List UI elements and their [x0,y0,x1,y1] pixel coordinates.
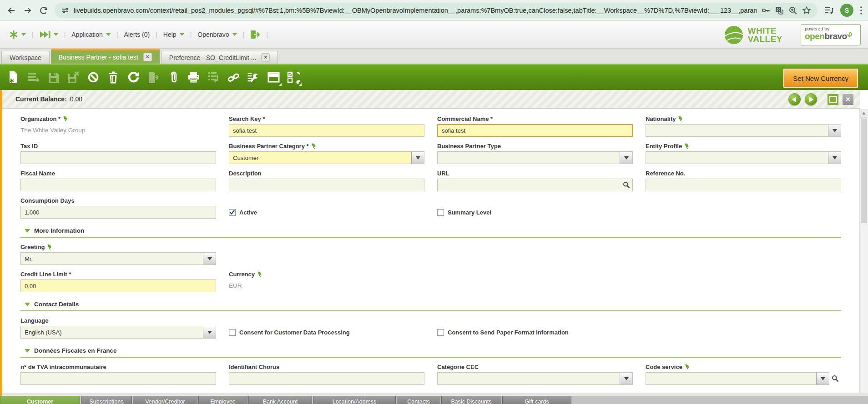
tax-id-input[interactable] [20,151,216,164]
link-button[interactable] [223,67,243,88]
close-icon[interactable]: × [261,53,270,62]
child-tab-location-address[interactable]: Location/Address [313,396,396,404]
browser-menu-icon[interactable] [860,6,863,15]
url-text[interactable]: livebuilds.openbravo.com/context/retail_… [74,7,757,14]
reference-no-input[interactable] [646,179,841,191]
language-select[interactable]: English (USA) [20,326,216,339]
profile-avatar[interactable]: S [840,4,853,17]
chevron-down-icon[interactable] [203,253,216,264]
reload-icon[interactable] [38,5,50,16]
checkbox-label: Consent for Customer Data Processing [239,329,350,336]
chevron-down-icon[interactable] [816,373,829,384]
window-tab[interactable]: Business Partner - sofia test× [51,49,160,64]
business-partner-category-select[interactable]: Customer [229,151,424,164]
zoom-icon[interactable] [788,6,797,15]
search-icon[interactable] [829,372,841,385]
maximize-button[interactable] [828,94,838,105]
chevron-down-icon[interactable] [203,326,216,338]
previous-record-button[interactable] [788,93,801,105]
n-de-tva-intracommunautaire-input[interactable] [20,372,216,385]
select-value: Customer [233,155,258,161]
chevron-down-icon[interactable] [828,125,841,136]
search-icon[interactable] [623,181,630,189]
quick-create-menu[interactable] [40,30,58,39]
select-value: English (USA) [25,329,62,336]
scrollbar-up-arrow[interactable] [860,109,868,118]
summary-level-checkbox[interactable] [437,209,444,216]
save-close-icon [67,71,80,84]
child-tab-vendor-creditor[interactable]: Vendor/Creditor [133,396,197,404]
section-donn-es-fiscales-en-france[interactable]: Données Fiscales en France [20,346,841,358]
chevron-down-icon[interactable] [620,373,632,384]
consent-for-customer-data-processing-checkbox[interactable] [229,329,236,336]
vertical-scrollbar[interactable] [859,109,868,393]
child-tab-label: Bank Account [263,399,298,404]
menu-openbravo[interactable]: Openbravo [197,31,237,38]
chevron-down-icon[interactable] [828,152,841,164]
iterate-button[interactable] [283,67,303,88]
export-icon [147,71,160,84]
logout-button[interactable] [250,30,260,39]
next-record-button[interactable] [805,93,817,105]
child-tab-subscriptions[interactable]: Subscriptions [81,396,132,404]
consumption-days-input[interactable] [20,206,216,219]
openbravo-logo-bravo: bravo [824,31,847,41]
window-tab-label: Business Partner - sofia test [59,54,138,61]
active-checkbox[interactable] [229,209,236,216]
forward-icon[interactable] [22,5,34,16]
credit-line-limit-input[interactable] [20,279,216,292]
field-label: Catégorie CEC [437,364,479,370]
refresh-button[interactable] [123,67,143,88]
description-input[interactable] [229,179,424,191]
child-tab-bank-account[interactable]: Bank Account [248,396,312,404]
child-tab-employee[interactable]: Employee [198,396,247,404]
business-partner-type-select[interactable] [437,151,633,164]
cat-gorie-cec-select[interactable] [437,372,633,385]
scrollbar-thumb[interactable] [861,119,867,223]
address-bar[interactable]: livebuilds.openbravo.com/context/retail_… [55,3,818,18]
window-tab[interactable]: Preference - SO_CreditLimit ...× [161,51,278,64]
chevron-down-icon[interactable] [411,152,424,164]
field-label: Tax ID [20,143,38,150]
attachment-button[interactable] [163,67,183,88]
close-icon[interactable]: × [143,53,152,61]
identifiant-chorus-input[interactable] [229,372,424,385]
window-tab[interactable]: Workspace [1,51,50,64]
reading-list-icon[interactable] [824,6,834,15]
child-tab-contacts[interactable]: Contacts [397,396,440,404]
menu-alerts[interactable]: Alerts (0) [124,31,150,38]
bookmark-star-icon[interactable] [802,6,811,15]
child-tab-gift-cards[interactable]: Gift cards [502,396,571,404]
child-tab-basic-discounts[interactable]: Basic Discounts [441,396,501,404]
delete-button[interactable] [103,67,123,88]
close-form-button[interactable]: × [843,94,853,105]
set-new-currency-button[interactable]: Set New Currency [783,69,858,88]
back-icon[interactable] [5,5,17,16]
search-key-input[interactable] [229,124,424,137]
new-document-button[interactable] [3,67,23,88]
undo-button[interactable] [83,67,103,88]
nationality-select[interactable] [646,124,841,137]
section-more-information[interactable]: More Information [20,226,841,238]
menu-help[interactable]: Help [163,31,184,38]
print-button[interactable] [183,67,203,88]
translate-icon[interactable]: GA [775,6,784,15]
url-input[interactable] [437,179,633,191]
consent-to-send-paper-format-information-checkbox[interactable] [437,329,444,336]
child-tab-label: Subscriptions [89,399,123,404]
password-key-icon[interactable] [761,6,770,15]
entity-profile-select[interactable] [646,151,841,164]
site-settings-icon[interactable] [61,6,69,15]
quick-launch-menu[interactable] [9,30,26,39]
code-service-select[interactable] [646,372,829,385]
chevron-down-icon[interactable] [620,152,632,164]
menu-application[interactable]: Application [71,31,111,38]
section-contact-details[interactable]: Contact Details [20,300,841,311]
form-grid-toggle-button[interactable] [263,67,283,88]
commercial-name-input[interactable] [437,124,633,137]
audit-button[interactable] [243,67,263,88]
fiscal-name-input[interactable] [20,179,216,191]
child-tab-customer[interactable]: Customer [0,396,80,404]
field-fiscal-name: Fiscal Name [20,170,216,191]
greeting-select[interactable]: Mr. [20,252,216,265]
